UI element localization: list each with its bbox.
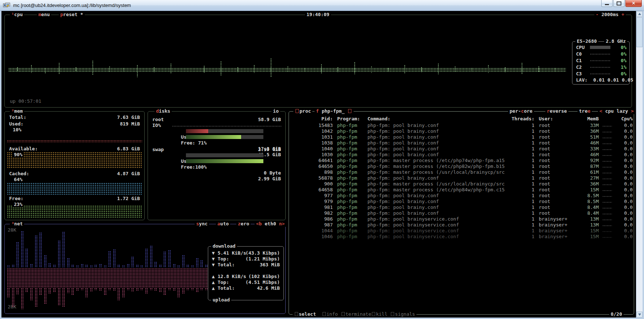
proc-row[interactable]: 1038php-fpmphp-fpm: pool brainy.conf1roo… [289, 140, 634, 146]
per-core-toggle[interactable]: per-core [508, 108, 534, 114]
close-button[interactable]: ✕ [625, 0, 642, 7]
proc-cell-cpu: 0.0 [611, 187, 633, 193]
proc-row[interactable]: 64658php-fpmphp-fpm: master process (/et… [289, 187, 634, 193]
net-auto-toggle[interactable]: auto [216, 221, 230, 227]
proc-row[interactable]: 1030php-fpmphp-fpm: pool brainy.conf1roo… [289, 152, 634, 158]
download-graph-bar [62, 232, 65, 267]
proc-cell-user: root [539, 140, 575, 146]
disk-io-meter [172, 125, 282, 127]
disks-box: disks io root58.9 GiB IO% Used: 29% 17.3… [148, 111, 286, 220]
col-threads[interactable]: Threads: [505, 116, 534, 122]
io-toggle[interactable]: io [271, 108, 280, 114]
proc-cell-threads: 1 [505, 152, 534, 158]
proc-cell-program: php-fpm [337, 216, 366, 222]
upload-graph-bar [191, 288, 194, 290]
col-cpu[interactable]: Cpu% [611, 116, 633, 122]
proc-row[interactable]: 977php-fpmphp-fpm: pool brainy.conf1root… [289, 193, 634, 199]
cpu-graph-tick [270, 58, 272, 77]
net-sync-toggle[interactable]: sync [195, 221, 209, 227]
disks-box-title[interactable]: disks [155, 108, 172, 114]
mem-cached-graph [7, 183, 142, 195]
proc-cell-cpu: 0.0 [611, 164, 633, 169]
proc-row[interactable]: 986php-fpmphp-fpm: pool brainyservice.co… [289, 216, 634, 222]
proc-cell-program: php-fpm [337, 222, 366, 228]
proc-row[interactable]: 987php-fpmphp-fpm: pool brainyservice.co… [289, 222, 634, 228]
proc-cell-threads: 1 [505, 140, 534, 146]
scroll-up-button[interactable] [636, 11, 643, 17]
proc-cell-threads: 1 [505, 175, 534, 181]
col-pid[interactable]: Pid: [304, 116, 333, 122]
net-box-title[interactable]: ³net [10, 221, 24, 227]
proc-cell-pid: 64650 [304, 164, 333, 169]
terminate-action[interactable]: terminate [346, 311, 371, 317]
upload-graph-bar [48, 288, 52, 294]
proc-cell-command: php-fpm: pool brainy.conf [367, 193, 504, 199]
upload-graph-bar [30, 288, 33, 300]
download-graph-bar [108, 251, 111, 267]
menu-button[interactable]: menu [37, 12, 51, 18]
proc-row[interactable]: 898php-fpmphp-fpm: master process (/usr/… [289, 169, 634, 175]
proc-row[interactable]: 982php-fpmphp-fpm: pool brainy.conf1root… [289, 210, 634, 216]
download-graph-bar [90, 265, 93, 267]
mem-box-title[interactable]: ²mem [10, 108, 24, 114]
proc-cell-pid: 1046 [304, 234, 333, 240]
proc-row[interactable]: 64641php-fpmphp-fpm: master process (/et… [289, 158, 634, 164]
reverse-toggle[interactable]: reverse [545, 108, 568, 114]
cpu-box-title[interactable]: ¹cpu [10, 12, 24, 18]
col-memb[interactable]: MemB [573, 116, 599, 122]
proc-row[interactable]: 56878php-fpmphp-fpm: pool brainy.conf1ro… [289, 175, 634, 181]
proc-row[interactable]: 1046php-fpmphp-fpm: pool brainyservice.c… [289, 234, 634, 240]
proc-filter[interactable]: f php-fpm_ [315, 108, 354, 114]
signals-action[interactable]: signals [395, 311, 415, 317]
sort-prev-button[interactable]: < [599, 108, 602, 114]
proc-cell-mem-meter [602, 190, 612, 192]
scroll-down-button[interactable] [636, 312, 643, 318]
scrollbar-thumb[interactable] [636, 17, 643, 47]
proc-row[interactable]: 900php-fpmphp-fpm: master process (/usr/… [289, 181, 634, 187]
iface-prev-button[interactable]: <b [256, 221, 262, 226]
proc-row[interactable]: 15483php-fpmphp-fpm: pool brainy.conf1ro… [289, 123, 634, 128]
proc-row[interactable]: 64650php-fpmphp-fpm: master process (/et… [289, 164, 634, 169]
interval-minus[interactable]: - [596, 12, 599, 17]
iface-next-button[interactable]: n> [279, 221, 285, 226]
cpu-graph-tick [75, 67, 77, 72]
proc-row[interactable]: 981php-fpmphp-fpm: pool brainy.conf1root… [289, 204, 634, 210]
proc-box-title[interactable]: proc [293, 108, 312, 114]
cpu-graph-tick [153, 67, 155, 72]
filter-input[interactable]: php-fpm_ [322, 108, 345, 114]
scroll-down-icon [638, 314, 641, 316]
proc-row[interactable]: 1031php-fpmphp-fpm: pool brainy.conf1roo… [289, 134, 634, 140]
sort-next-button[interactable]: > [631, 108, 634, 114]
upload-graph-bar [12, 288, 15, 307]
maximize-button[interactable] [613, 0, 625, 7]
info-action[interactable]: info [327, 311, 338, 317]
download-graph-bar [16, 242, 19, 267]
proc-row[interactable]: 1044php-fpmphp-fpm: pool brainyservice.c… [289, 228, 634, 234]
proc-row[interactable]: 1042php-fpmphp-fpm: pool brainy.conf1roo… [289, 128, 634, 134]
terminal-scrollbar[interactable] [636, 11, 643, 318]
proc-cell-pid: 56878 [304, 175, 333, 181]
tree-toggle[interactable]: tree [578, 108, 592, 114]
proc-row[interactable]: 979php-fpmphp-fpm: pool brainy.conf1root… [289, 199, 634, 204]
filter-clear-icon[interactable] [348, 109, 351, 113]
col-command[interactable]: Command: [367, 116, 390, 122]
proc-row[interactable]: 1040php-fpmphp-fpm: pool brainy.conf1roo… [289, 146, 634, 152]
net-zero-toggle[interactable]: zero [236, 221, 251, 227]
col-program[interactable]: Program: [337, 116, 360, 122]
download-graph-bar [67, 258, 70, 267]
selection-counter: 0/20 [609, 311, 624, 317]
titlebar[interactable]: mc [root@ub24.itdeveloper.com.ua]:/lib/s… [0, 0, 644, 11]
kill-action[interactable]: kill [376, 311, 387, 317]
interval-plus[interactable]: + [621, 12, 624, 17]
preset-button[interactable]: preset * [59, 12, 85, 18]
upload-graph-bar [85, 288, 88, 297]
proc-cell-cpu: 0.0 [611, 181, 633, 187]
cpu-graph-tick [388, 68, 389, 71]
proc-cell-pid: 1030 [304, 152, 333, 158]
proc-cell-user: root [539, 199, 575, 204]
mem-free-label: Free: [9, 196, 23, 202]
select-action[interactable]: select [299, 311, 316, 317]
minimize-button[interactable] [601, 0, 613, 7]
col-user[interactable]: User: [539, 116, 553, 122]
upload-graph-bar [62, 288, 65, 307]
